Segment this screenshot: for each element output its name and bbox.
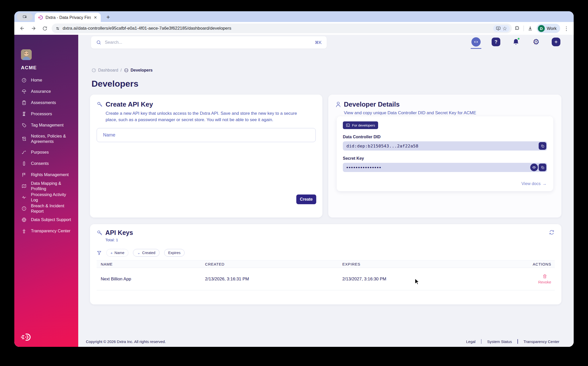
help-button[interactable]: ? — [492, 38, 500, 46]
footer-link-system-status[interactable]: System Status — [487, 339, 512, 344]
name-input-placeholder: Name — [103, 132, 115, 138]
trash-icon — [542, 274, 547, 279]
lighthouse-icon — [21, 228, 27, 234]
settings-button[interactable]: ⚙ — [532, 37, 541, 47]
col-header-created: CREATED — [205, 262, 342, 266]
bookmark-star-icon[interactable]: ☆ — [502, 26, 507, 31]
chevron-down-icon: ⌄ — [137, 250, 140, 255]
dxtra-logo — [20, 332, 32, 343]
sidebar-item-processors[interactable]: Processors — [14, 108, 78, 120]
reveal-secret-button[interactable] — [530, 164, 538, 171]
filter-funnel-icon[interactable] — [97, 250, 102, 255]
new-tab-button[interactable]: + — [104, 13, 112, 21]
api-keys-card: API Keys Total: 1 +Name ⌄Created Expires — [90, 224, 561, 304]
sidebar-item-purposes[interactable]: Purposes — [14, 147, 78, 158]
copy-icon — [541, 166, 545, 169]
consent-toggle-icon — [21, 161, 27, 166]
page-title: Developers — [92, 79, 138, 89]
copy-secret-button[interactable] — [539, 164, 546, 171]
sidebar-item-consents[interactable]: Consents — [14, 158, 78, 169]
create-card-description: Create a new API key that unlocks access… — [106, 110, 302, 123]
breadcrumb-developers[interactable]: Developers — [124, 68, 153, 73]
tab-search-button[interactable] — [17, 13, 33, 21]
notifications-button[interactable] — [511, 37, 521, 47]
site-settings-icon[interactable] — [55, 26, 60, 31]
tab-close-icon[interactable]: × — [93, 15, 98, 20]
add-button[interactable] — [552, 38, 560, 46]
view-docs-link[interactable]: View docs → — [522, 181, 547, 186]
browser-toolbar: dxtra.ai/data-controllers/e95cafbf-e0a1-… — [14, 22, 574, 35]
developers-code-button[interactable] — [471, 37, 481, 47]
developers-icon — [124, 68, 129, 73]
notification-badge — [517, 37, 520, 40]
keys-total: Total: 1 — [105, 238, 133, 242]
key-icon — [97, 101, 103, 108]
dxtra-favicon — [38, 15, 43, 20]
umbrella-icon — [21, 89, 27, 94]
filter-chip-created[interactable]: ⌄Created — [133, 249, 159, 257]
alert-circle-icon — [21, 206, 27, 211]
extensions-icon[interactable] — [514, 26, 520, 31]
footer-link-legal[interactable]: Legal — [466, 339, 476, 344]
breadcrumb-dashboard[interactable]: Dashboard — [92, 68, 118, 73]
sidebar-item-home[interactable]: Home — [14, 75, 78, 86]
active-tab-indicator — [471, 48, 481, 49]
sidebar-item-notices-policies[interactable]: Notices, Policies & Agreements — [14, 131, 78, 147]
forward-icon[interactable] — [29, 24, 38, 33]
api-key-name-input[interactable]: Name — [97, 128, 316, 142]
footer-link-transparency-center[interactable]: Transparency Center — [524, 339, 559, 344]
plus-icon: + — [110, 251, 113, 255]
user-avatar[interactable] — [21, 49, 32, 60]
sidebar: ACME Home Assurance Assessments — [14, 35, 78, 347]
create-card-title: Create API Key — [106, 101, 302, 108]
refresh-button[interactable] — [549, 229, 555, 236]
cell-expires: 2/13/2027, 3:16:30 PM — [342, 277, 522, 282]
sidebar-item-breach-report[interactable]: Breach & Incident Report — [14, 203, 78, 214]
main-content: Search... ⌘K ? ⚙ — [78, 35, 574, 347]
browser-window: Dxtra - Data Privacy First × + dxtra.ai/… — [14, 11, 574, 347]
cell-key-name: Next Billion App — [97, 277, 205, 282]
filter-chip-name[interactable]: +Name — [106, 249, 128, 257]
browser-profile-button[interactable]: D Work — [537, 24, 560, 33]
keys-card-title: API Keys — [105, 229, 133, 236]
sidebar-item-data-subject-support[interactable]: Data Subject Support — [14, 214, 78, 225]
sidebar-item-data-mapping[interactable]: Data Mapping & Profiling — [14, 180, 78, 192]
install-app-icon[interactable] — [496, 26, 501, 31]
secret-key-value: ••••••••••••••• — [346, 165, 381, 170]
person-icon — [335, 101, 342, 108]
reload-icon[interactable] — [40, 24, 49, 33]
filter-chip-expires[interactable]: Expires — [164, 249, 185, 257]
sidebar-item-transparency-center[interactable]: Transparency Center — [14, 225, 78, 237]
cell-created: 2/13/2026, 3:16:31 PM — [205, 277, 342, 282]
downloads-icon[interactable] — [527, 26, 533, 31]
browser-tabstrip: Dxtra - Data Privacy First × + — [14, 11, 574, 22]
sidebar-item-assurance[interactable]: Assurance — [14, 86, 78, 97]
create-button[interactable]: Create — [296, 195, 316, 204]
search-placeholder: Search... — [105, 40, 311, 45]
search-icon — [96, 40, 101, 45]
address-bar[interactable]: dxtra.ai/data-controllers/e95cafbf-e0a1-… — [52, 24, 512, 33]
sidebar-item-rights-management[interactable]: Rights Management — [14, 169, 78, 180]
footer-divider — [517, 339, 518, 344]
avatar-photo — [21, 49, 32, 60]
sidebar-item-assessments[interactable]: Assessments — [14, 97, 78, 108]
topbar-actions: ? ⚙ — [471, 37, 560, 47]
copy-did-button[interactable] — [539, 142, 546, 150]
refresh-icon — [549, 229, 555, 235]
filter-bar: +Name ⌄Created Expires — [97, 249, 185, 257]
search-input[interactable]: Search... ⌘K — [91, 36, 327, 49]
browser-tab[interactable]: Dxtra - Data Privacy First × — [35, 13, 101, 22]
key-icon — [97, 230, 103, 236]
dashboard-icon — [92, 68, 96, 73]
sidebar-item-tag-management[interactable]: Tag Management — [14, 120, 78, 131]
table-header-row: NAME CREATED EXPIRES ACTIONS — [97, 260, 555, 268]
sidebar-item-processing-log[interactable]: Processing Activity Log — [14, 192, 78, 203]
revoke-button[interactable]: Revoke — [538, 274, 551, 284]
details-card-subtitle: View and copy unique Data Controller DID… — [344, 110, 476, 116]
org-name: ACME — [21, 65, 37, 71]
browser-menu-icon[interactable]: ⋮ — [564, 26, 569, 31]
secret-key-label: Secret Key — [343, 156, 547, 161]
back-icon[interactable] — [18, 24, 27, 33]
home-gauge-icon — [21, 78, 27, 83]
lifebuoy-icon — [21, 217, 27, 222]
